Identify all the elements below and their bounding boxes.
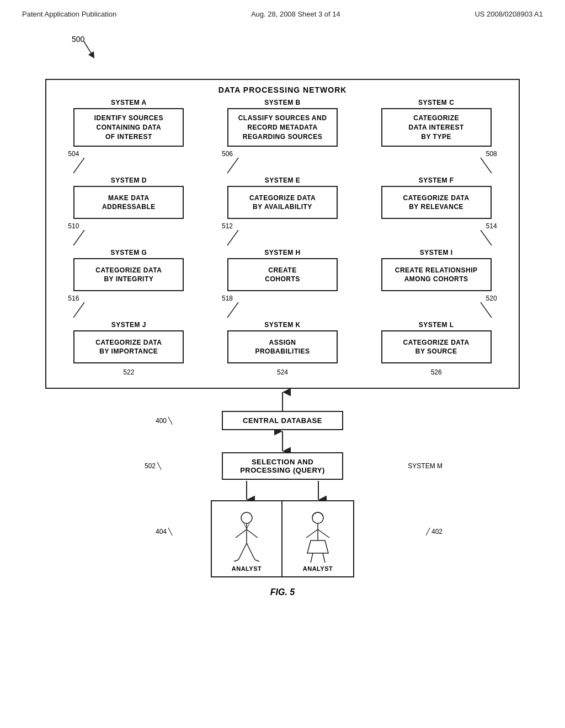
svg-line-0 [84,41,93,56]
selection-box: SELECTION ANDPROCESSING (QUERY) [222,452,343,480]
system-e-col: SYSTEM E CATEGORIZE DATABY AVAILABILITY [211,176,354,219]
analysts-area: 404 ╲ ╱ 402 [45,500,520,577]
system-l-box: CATEGORIZE DATABY SOURCE [381,330,492,363]
system-a-col: SYSTEM A IDENTIFY SOURCESCONTAINING DATA… [57,99,200,147]
svg-line-3 [481,158,492,173]
header-left: Patent Application Publication [22,10,116,18]
svg-line-27 [318,529,329,538]
figure-label: FIG. 5 [22,587,543,597]
num-502: 502 ╲ [145,462,161,470]
system-g-box: CATEGORIZE DATABY INTEGRITY [73,258,184,291]
header-center: Aug. 28, 2008 Sheet 3 of 14 [251,10,340,18]
num-526: 526 [431,368,442,376]
analyst-figure-2 [299,510,337,565]
system-b-col: SYSTEM B CLASSIFY SOURCES ANDRECORD META… [211,99,354,147]
svg-line-7 [73,302,84,318]
num-400: 400 ╲ [156,417,172,425]
num-404: 404 ╲ [156,528,172,536]
svg-line-30 [323,553,325,563]
system-i-box: CREATE RELATIONSHIPAMONG COHORTS [381,258,492,291]
analyst-box-1: ANALYST [211,500,282,577]
svg-line-8 [227,302,238,318]
central-db-row: 400 ╲ CENTRAL DATABASE [45,411,520,430]
grid-row-4: SYSTEM J CATEGORIZE DATABY IMPORTANCE SY… [52,321,513,363]
num-524: 524 [277,368,288,376]
svg-line-18 [238,543,247,560]
system-g-label: SYSTEM G [110,249,147,256]
selection-row: 502 ╲ SELECTION ANDPROCESSING (QUERY) SY… [45,452,520,480]
system-k-label: SYSTEM K [264,321,300,329]
analyst-label-2: ANALYST [303,565,333,572]
arrow-500 [22,29,132,62]
network-title: DATA PROCESSING NETWORK [52,85,513,94]
system-f-label: SYSTEM F [419,176,454,184]
system-f-box: CATEGORIZE DATABY RELEVANCE [381,186,492,219]
system-h-box: CREATECOHORTS [227,258,338,291]
system-c-col: SYSTEM C CATEGORIZEDATA INTERESTBY TYPE [365,99,508,147]
system-j-col: SYSTEM J CATEGORIZE DATABY IMPORTANCE [57,321,200,363]
system-h-col: SYSTEM H CREATECOHORTS [211,249,354,291]
svg-line-29 [311,553,313,563]
system-l-col: SYSTEM L CATEGORIZE DATABY SOURCE [365,321,508,363]
svg-line-5 [227,230,238,245]
analyst-figure-1 [227,510,266,565]
system-e-box: CATEGORIZE DATABY AVAILABILITY [227,186,338,219]
svg-line-6 [481,230,492,245]
analyst-box-2: ANALYST [282,500,354,577]
system-l-label: SYSTEM L [419,321,454,329]
svg-line-4 [73,230,84,245]
svg-line-17 [247,529,258,538]
svg-line-21 [255,560,259,561]
svg-line-19 [247,543,255,560]
svg-line-2 [227,158,238,173]
system-i-col: SYSTEM I CREATE RELATIONSHIPAMONG COHORT… [365,249,508,291]
system-i-label: SYSTEM I [420,249,453,256]
system-d-label: SYSTEM D [111,176,147,184]
svg-line-1 [73,158,84,173]
system-a-box: IDENTIFY SOURCESCONTAINING DATAOF INTERE… [73,108,184,147]
grid-row-2: SYSTEM D MAKE DATAADDRESSABLE SYSTEM E C… [52,176,513,219]
svg-point-14 [241,512,252,523]
system-g-col: SYSTEM G CATEGORIZE DATABY INTEGRITY [57,249,200,291]
grid-row-3: SYSTEM G CATEGORIZE DATABY INTEGRITY SYS… [52,249,513,291]
system-j-label: SYSTEM J [111,321,146,329]
header-right: US 2008/0208903 A1 [475,10,543,18]
system-k-box: ASSIGNPROBABILITIES [227,330,338,363]
system-d-box: MAKE DATAADDRESSABLE [73,186,184,219]
system-k-col: SYSTEM K ASSIGNPROBABILITIES [211,321,354,363]
svg-line-16 [236,529,247,538]
system-h-label: SYSTEM H [264,249,300,256]
system-j-box: CATEGORIZE DATABY IMPORTANCE [73,330,184,363]
central-db-box: CENTRAL DATABASE [222,411,343,430]
system-b-label: SYSTEM B [264,99,300,106]
svg-line-26 [306,529,318,538]
system-c-box: CATEGORIZEDATA INTERESTBY TYPE [381,108,492,147]
outer-box: DATA PROCESSING NETWORK SYSTEM A IDENTIF… [45,79,520,389]
grid-row-1: SYSTEM A IDENTIFY SOURCESCONTAINING DATA… [52,99,513,147]
svg-line-20 [234,560,238,561]
system-a-label: SYSTEM A [111,99,147,106]
system-c-label: SYSTEM C [418,99,454,106]
system-b-box: CLASSIFY SOURCES ANDRECORD METADATAREGAR… [227,108,338,147]
system-d-col: SYSTEM D MAKE DATAADDRESSABLE [57,176,200,219]
system-f-col: SYSTEM F CATEGORIZE DATABY RELEVANCE [365,176,508,219]
analyst-label-1: ANALYST [232,565,262,572]
num-522: 522 [123,368,134,376]
svg-marker-28 [307,540,328,553]
num-402: ╱ 402 [426,528,443,536]
system-e-label: SYSTEM E [265,176,301,184]
svg-line-9 [481,302,492,318]
system-m-label: SYSTEM M [408,462,443,470]
